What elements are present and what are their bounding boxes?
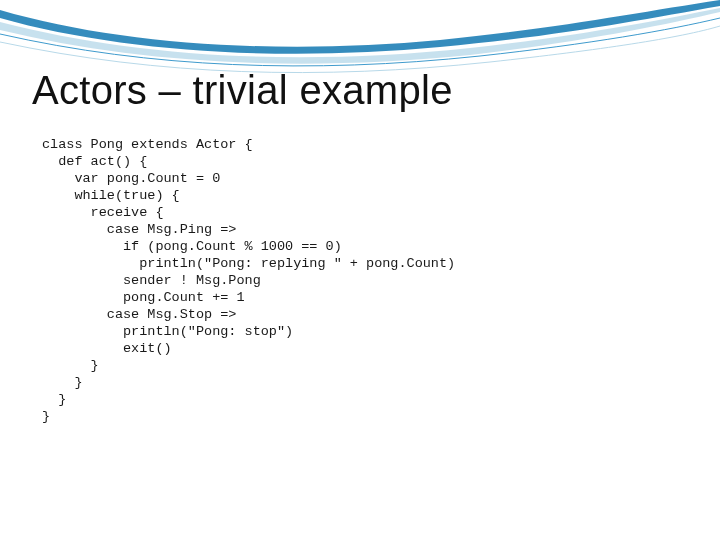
slide-title: Actors – trivial example [32,68,453,113]
code-block: class Pong extends Actor { def act() { v… [42,136,455,425]
